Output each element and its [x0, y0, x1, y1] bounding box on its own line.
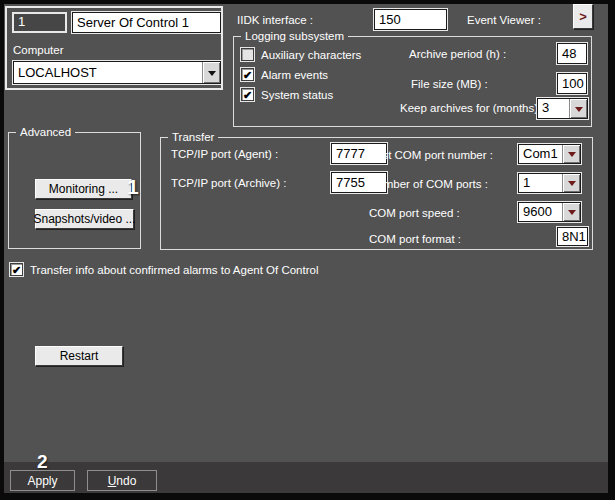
iidk-interface-field[interactable]: 150	[374, 9, 447, 30]
server-name-field[interactable]: Server Of Control 1	[72, 12, 221, 33]
event-viewer-label: Event Viewer :	[467, 13, 541, 27]
undo-button[interactable]: Undo	[87, 470, 157, 491]
checkbox-transfer-info-label: Transfer info about confirmed alarms to …	[30, 263, 319, 277]
chevron-down-icon	[208, 71, 216, 80]
checkbox-system-status-label: System status	[261, 88, 333, 102]
archive-period-field[interactable]: 48	[557, 43, 587, 64]
com-speed-select-value: 9600	[519, 203, 562, 221]
checkbox-transfer-info[interactable]: ✔	[10, 263, 23, 276]
checkbox-auxiliary-characters[interactable]	[241, 48, 254, 61]
transfer-title: Transfer	[168, 130, 218, 144]
file-size-label: File size (MB) :	[411, 77, 488, 91]
file-size-field[interactable]: 100	[557, 73, 587, 94]
event-viewer-button[interactable]: >	[573, 4, 593, 29]
first-com-select-value: Com1	[519, 145, 562, 163]
advanced-title: Advanced	[16, 125, 75, 139]
tcp-archive-label: TCP/IP port (Archive) :	[171, 176, 286, 190]
com-format-field[interactable]: 8N1	[557, 227, 588, 246]
first-com-dropdown-button[interactable]	[562, 145, 580, 163]
num-com-select-value: 1	[519, 174, 562, 192]
com-speed-label: COM port speed :	[369, 206, 460, 220]
checkbox-system-status[interactable]: ✔	[241, 88, 254, 101]
settings-dialog: 1 Server Of Control 1 Computer LOCALHOST…	[0, 0, 615, 500]
restart-button[interactable]: Restart	[35, 346, 123, 366]
chevron-down-icon	[568, 181, 576, 190]
snapshots-video-button[interactable]: Snapshots/video ...	[35, 209, 134, 229]
keep-archives-select[interactable]: 3	[537, 98, 588, 119]
undo-button-rest: ndo	[116, 474, 136, 488]
first-com-select[interactable]: Com1	[518, 144, 581, 164]
logging-subsystem-title: Logging subsystem	[241, 29, 348, 43]
keep-archives-select-value: 3	[538, 99, 569, 118]
chevron-down-icon	[568, 210, 576, 219]
checkbox-alarm-events-label: Alarm events	[261, 68, 328, 82]
first-com-label: First COM port number :	[369, 148, 493, 162]
com-speed-dropdown-button[interactable]	[562, 203, 580, 221]
num-com-label: Number of COM ports :	[369, 177, 488, 191]
computer-label: Computer	[13, 43, 64, 57]
logging-subsystem-group: Logging subsystem Auxiliary characters ✔…	[233, 36, 592, 127]
chevron-down-icon	[575, 107, 583, 116]
keep-archives-label: Keep archives for (months) :	[400, 101, 544, 115]
num-com-select[interactable]: 1	[518, 173, 581, 193]
num-com-dropdown-button[interactable]	[562, 174, 580, 192]
checkbox-auxiliary-characters-label: Auxiliary characters	[261, 48, 361, 62]
tcp-agent-label: TCP/IP port (Agent) :	[171, 147, 278, 161]
chevron-right-icon: >	[579, 9, 587, 24]
transfer-group: Transfer TCP/IP port (Agent) : 7777 TCP/…	[160, 137, 593, 250]
iidk-interface-label: IIDK interface :	[237, 13, 313, 27]
object-id-field[interactable]: 1	[12, 12, 67, 33]
advanced-group: Advanced Monitoring ... Snapshots/video …	[8, 132, 141, 249]
archive-period-label: Archive period (h) :	[409, 47, 506, 61]
computer-select-dropdown-button[interactable]	[202, 62, 220, 83]
computer-select[interactable]: LOCALHOST	[13, 61, 221, 84]
com-speed-select[interactable]: 9600	[518, 202, 581, 222]
chevron-down-icon	[568, 152, 576, 161]
computer-select-value: LOCALHOST	[14, 62, 202, 83]
annotation-step-1: 1	[127, 175, 139, 199]
undo-button-initial: U	[108, 474, 117, 488]
checkbox-alarm-events[interactable]: ✔	[241, 68, 254, 81]
keep-archives-dropdown-button[interactable]	[569, 99, 587, 118]
apply-button[interactable]: Apply	[10, 470, 75, 491]
com-format-label: COM port format :	[369, 232, 461, 246]
monitoring-button[interactable]: Monitoring ...	[35, 179, 132, 199]
